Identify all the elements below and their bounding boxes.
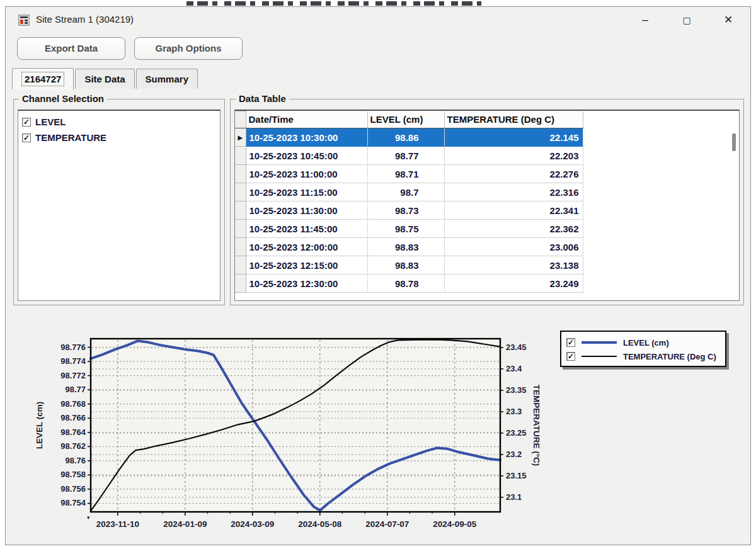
legend-checkbox-icon[interactable]: ✓ bbox=[566, 352, 575, 361]
table-cell[interactable]: 98.75 bbox=[367, 220, 444, 238]
minimize-button[interactable]: – bbox=[631, 11, 660, 30]
y-right-axis-title: TEMPERATURE (°C) bbox=[532, 385, 541, 467]
table-cell[interactable]: 22.276 bbox=[444, 165, 583, 183]
table-cell[interactable]: 10-25-2023 12:30:00 bbox=[246, 274, 367, 293]
export-data-button[interactable]: Export Data bbox=[17, 37, 125, 60]
table-row[interactable]: 10-25-2023 11:45:0098.7522.362 bbox=[235, 220, 583, 238]
svg-text:98.768: 98.768 bbox=[60, 399, 86, 409]
table-cell[interactable]: 22.341 bbox=[444, 201, 583, 220]
data-table-title: Data Table bbox=[236, 93, 289, 104]
legend-item: ✓TEMPERATURE (Deg C) bbox=[565, 349, 721, 363]
column-header[interactable]: LEVEL (cm) bbox=[367, 111, 444, 128]
svg-text:98.766: 98.766 bbox=[60, 413, 86, 422]
svg-text:98.77: 98.77 bbox=[65, 385, 86, 394]
data-table-group: Data Table Date/TimeLEVEL (cm)TEMPERATUR… bbox=[230, 99, 744, 305]
y-left-axis-title: LEVEL (cm) bbox=[35, 402, 44, 450]
svg-text:98.758: 98.758 bbox=[60, 470, 86, 479]
table-cell[interactable]: 23.249 bbox=[444, 274, 583, 293]
legend-label: LEVEL (cm) bbox=[623, 338, 669, 348]
channel-selection-group: Channel Selection ✓LEVEL✓TEMPERATURE bbox=[13, 99, 225, 305]
table-cell[interactable]: 23.006 bbox=[444, 238, 583, 256]
table-cell[interactable]: 22.316 bbox=[444, 183, 583, 201]
title-bar: Site Stream 1 (304219) – ▢ ✕ bbox=[6, 7, 750, 33]
data-grid: Date/TimeLEVEL (cm)TEMPERATURE (Deg C)▶1… bbox=[234, 110, 740, 301]
table-cell[interactable]: 98.73 bbox=[367, 201, 444, 220]
column-header[interactable]: TEMPERATURE (Deg C) bbox=[444, 111, 583, 128]
row-header[interactable] bbox=[235, 238, 246, 256]
svg-text:2024-09-05: 2024-09-05 bbox=[433, 519, 477, 529]
table-cell[interactable]: 10-25-2023 10:45:00 bbox=[246, 147, 367, 165]
table-cell[interactable]: 98.86 bbox=[367, 128, 444, 147]
row-header[interactable] bbox=[235, 274, 246, 293]
svg-text:23.35: 23.35 bbox=[506, 385, 527, 395]
table-cell[interactable]: 22.145 bbox=[444, 128, 583, 147]
svg-text:2024-05-08: 2024-05-08 bbox=[298, 519, 342, 529]
svg-text:98.774: 98.774 bbox=[60, 356, 86, 366]
table-cell[interactable]: 22.362 bbox=[444, 220, 583, 238]
table-cell[interactable]: 98.71 bbox=[367, 165, 444, 183]
table-row[interactable]: 10-25-2023 12:00:0098.8323.006 bbox=[235, 238, 583, 256]
axis-corner-arrow-icon: ▾ bbox=[87, 514, 90, 521]
row-header[interactable] bbox=[235, 147, 246, 165]
svg-text:23.25: 23.25 bbox=[506, 428, 527, 438]
channel-item-temperature[interactable]: ✓TEMPERATURE bbox=[21, 130, 217, 145]
vertical-scrollbar-thumb[interactable] bbox=[732, 133, 736, 151]
channel-item-level[interactable]: ✓LEVEL bbox=[21, 114, 217, 130]
table-row[interactable]: 10-25-2023 10:45:0098.7722.203 bbox=[235, 147, 583, 165]
table-row[interactable]: 10-25-2023 11:00:0098.7122.276 bbox=[235, 165, 583, 183]
table-row[interactable]: ▶10-25-2023 10:30:0098.8622.145 bbox=[235, 128, 583, 147]
legend-label: TEMPERATURE (Deg C) bbox=[623, 352, 716, 361]
table-row[interactable]: 10-25-2023 11:30:0098.7322.341 bbox=[235, 201, 583, 220]
checkbox-icon[interactable]: ✓ bbox=[22, 133, 31, 142]
table-cell[interactable]: 22.203 bbox=[444, 147, 583, 165]
table-cell[interactable]: 98.83 bbox=[367, 256, 444, 274]
legend-checkbox-icon[interactable]: ✓ bbox=[566, 338, 575, 347]
row-header[interactable] bbox=[235, 220, 246, 238]
row-header[interactable] bbox=[235, 183, 246, 201]
table-cell[interactable]: 10-25-2023 11:30:00 bbox=[246, 201, 367, 220]
table-row[interactable]: 10-25-2023 12:30:0098.7823.249 bbox=[235, 274, 583, 293]
svg-text:23.15: 23.15 bbox=[506, 471, 527, 480]
table-cell[interactable]: 10-25-2023 12:00:00 bbox=[246, 238, 367, 256]
chart-legend: ✓LEVEL (cm)✓TEMPERATURE (Deg C) bbox=[560, 331, 726, 367]
table-cell[interactable]: 98.7 bbox=[367, 183, 444, 201]
table-cell[interactable]: 10-25-2023 11:00:00 bbox=[246, 165, 367, 183]
row-header[interactable] bbox=[235, 165, 246, 183]
tab-summary[interactable]: Summary bbox=[136, 69, 198, 89]
app-icon bbox=[18, 14, 30, 26]
channel-selection-title: Channel Selection bbox=[19, 93, 107, 104]
table-cell[interactable]: 98.77 bbox=[367, 147, 444, 165]
table-row[interactable]: 10-25-2023 12:15:0098.8323.138 bbox=[235, 256, 583, 274]
svg-text:98.772: 98.772 bbox=[60, 371, 86, 380]
graph-options-button[interactable]: Graph Options bbox=[134, 37, 243, 60]
svg-text:98.754: 98.754 bbox=[60, 498, 86, 507]
table-cell[interactable]: 98.78 bbox=[367, 274, 444, 293]
row-header-corner bbox=[235, 111, 246, 128]
legend-item: ✓LEVEL (cm) bbox=[565, 336, 721, 349]
svg-text:23.1: 23.1 bbox=[506, 492, 522, 502]
table-cell[interactable]: 23.138 bbox=[444, 256, 583, 274]
table-cell[interactable]: 10-25-2023 12:15:00 bbox=[246, 256, 367, 274]
row-header[interactable] bbox=[235, 256, 246, 274]
svg-text:2024-01-09: 2024-01-09 bbox=[163, 519, 207, 529]
row-header[interactable] bbox=[235, 201, 246, 220]
channel-list: ✓LEVEL✓TEMPERATURE bbox=[18, 110, 220, 301]
row-header[interactable]: ▶ bbox=[235, 128, 246, 147]
svg-text:2023-11-10: 2023-11-10 bbox=[96, 519, 139, 529]
app-window: Site Stream 1 (304219) – ▢ ✕ Export Data… bbox=[5, 6, 751, 545]
table-cell[interactable]: 10-25-2023 11:45:00 bbox=[246, 220, 367, 238]
legend-line-sample bbox=[581, 356, 617, 357]
column-header[interactable]: Date/Time bbox=[246, 111, 367, 128]
clipped-background-text bbox=[186, 1, 481, 6]
table-cell[interactable]: 10-25-2023 11:15:00 bbox=[246, 183, 367, 201]
svg-text:23.45: 23.45 bbox=[506, 342, 527, 352]
checkbox-icon[interactable]: ✓ bbox=[22, 118, 31, 127]
tab-2164727[interactable]: 2164727 bbox=[12, 68, 74, 89]
table-cell[interactable]: 10-25-2023 10:30:00 bbox=[246, 128, 367, 147]
table-row[interactable]: 10-25-2023 11:15:0098.722.316 bbox=[235, 183, 583, 201]
svg-text:23.4: 23.4 bbox=[506, 364, 522, 373]
maximize-button[interactable]: ▢ bbox=[672, 11, 701, 30]
close-button[interactable]: ✕ bbox=[714, 11, 743, 30]
tab-site-data[interactable]: Site Data bbox=[75, 69, 134, 89]
table-cell[interactable]: 98.83 bbox=[367, 238, 444, 256]
